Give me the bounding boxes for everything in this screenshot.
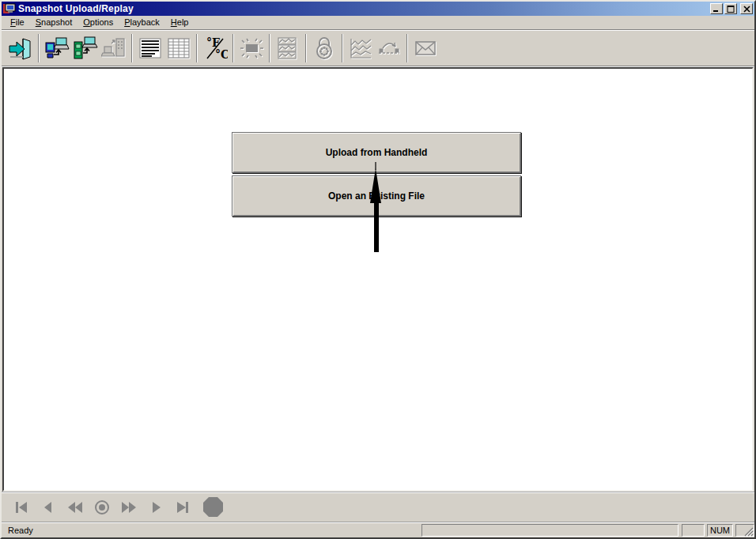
flash-screen-button	[237, 33, 266, 63]
toolbar-separator	[342, 34, 343, 62]
playback-bar	[2, 492, 754, 522]
num-lock-indicator: NUM	[707, 524, 733, 537]
svg-text:°F: °F	[206, 36, 220, 49]
toolbar-separator	[196, 34, 198, 62]
fast-forward-icon	[119, 498, 138, 517]
send-to-handheld-icon	[101, 36, 127, 61]
menu-playback[interactable]: Playback	[119, 16, 165, 29]
mail-button	[411, 33, 440, 63]
stop-button[interactable]	[202, 496, 224, 518]
play-button[interactable]	[145, 496, 167, 518]
resize-grip[interactable]	[743, 526, 754, 537]
status-panel	[421, 524, 679, 537]
exit-button[interactable]	[6, 33, 35, 63]
minimize-button[interactable]	[710, 3, 723, 14]
report-table-icon	[138, 36, 163, 61]
goto-icon	[376, 36, 402, 61]
rewind-button[interactable]	[64, 496, 86, 518]
upload-from-handheld-icon	[44, 36, 70, 61]
rewind-icon	[66, 498, 85, 517]
goto-button	[375, 33, 403, 63]
close-icon	[743, 6, 750, 13]
report-table-button[interactable]	[136, 33, 164, 63]
upload-from-logger-icon	[73, 36, 98, 61]
toolbar-separator	[305, 34, 307, 62]
skip-to-start-button[interactable]	[10, 496, 32, 518]
toolbar-separator	[232, 34, 234, 62]
play-icon	[146, 498, 165, 517]
multi-graph-icon	[275, 36, 301, 61]
skip-to-end-icon	[173, 498, 192, 517]
graph-icon	[348, 36, 373, 61]
menu-help[interactable]: Help	[165, 16, 195, 29]
lock-icon	[312, 36, 337, 61]
upload-from-handheld-label: Upload from Handheld	[326, 147, 428, 158]
upload-from-logger-button[interactable]	[71, 33, 100, 63]
skip-to-end-button[interactable]	[172, 496, 194, 518]
toolbar-separator	[38, 34, 40, 62]
fast-forward-button[interactable]	[118, 496, 140, 518]
close-button[interactable]	[740, 3, 753, 14]
flash-screen-icon	[239, 36, 264, 61]
fahrenheit-celsius-icon: °F °C	[202, 36, 228, 61]
toolbar-separator	[269, 34, 270, 62]
step-back-button[interactable]	[37, 496, 59, 518]
app-icon	[3, 3, 16, 14]
skip-to-start-icon	[12, 498, 31, 517]
record-button[interactable]	[91, 496, 113, 518]
maximize-button[interactable]	[724, 3, 737, 14]
minimize-icon	[713, 6, 720, 13]
exit-icon	[8, 36, 33, 61]
app-window: Snapshot Upload/Replay File Snapshot Opt…	[0, 0, 756, 539]
status-panel	[682, 524, 705, 537]
menubar: File Snapshot Options Playback Help	[2, 16, 754, 29]
toolbar: °F °C	[2, 31, 754, 66]
step-back-icon	[39, 498, 58, 517]
status-message: Ready	[8, 526, 33, 535]
record-icon	[93, 498, 112, 517]
pointer-arrow	[363, 162, 390, 257]
menu-snapshot[interactable]: Snapshot	[30, 16, 78, 29]
window-title: Snapshot Upload/Replay	[18, 3, 710, 14]
client-area: Upload from Handheld Open an Existing Fi…	[2, 67, 754, 492]
menu-file[interactable]: File	[5, 16, 30, 29]
upload-from-handheld-button[interactable]	[43, 33, 71, 63]
stop-icon	[202, 496, 224, 518]
statusbar: Ready NUM	[2, 522, 754, 537]
titlebar: Snapshot Upload/Replay	[2, 2, 754, 16]
svg-text:°C: °C	[215, 48, 228, 61]
multi-graph-button	[274, 33, 302, 63]
toolbar-separator	[131, 34, 133, 62]
graph-button	[346, 33, 375, 63]
data-grid-button	[164, 33, 193, 63]
menu-options[interactable]: Options	[77, 16, 119, 29]
toolbar-separator	[406, 34, 408, 62]
send-to-handheld-button	[100, 33, 128, 63]
data-grid-icon	[166, 36, 191, 61]
mail-icon	[413, 36, 438, 61]
lock-button	[310, 33, 338, 63]
maximize-icon	[727, 6, 735, 13]
fahrenheit-celsius-button[interactable]: °F °C	[201, 33, 229, 63]
